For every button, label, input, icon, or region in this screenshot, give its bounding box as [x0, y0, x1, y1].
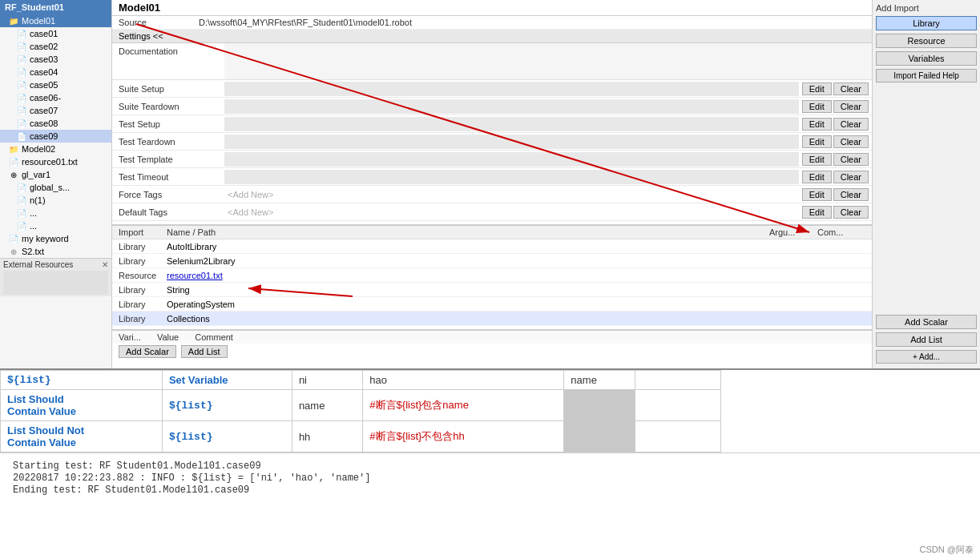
sidebar-item-case05[interactable]: 📄 case05 — [0, 78, 111, 91]
var-col-value: Value — [157, 332, 179, 342]
add-scalar-button[interactable]: Add Scalar — [119, 345, 176, 358]
add-dict-side-button[interactable]: + Add... — [876, 350, 977, 364]
sidebar-item-mykeyword[interactable]: 📄 my keyword — [0, 232, 111, 245]
test-template-clear[interactable]: Clear — [833, 153, 869, 166]
table-cell: ${list} — [162, 421, 292, 452]
sidebar-item-case07[interactable]: 📄 case07 — [0, 104, 111, 117]
sidebar-item-globals[interactable]: 📄 global_s... — [0, 181, 111, 194]
console-line-1: Starting test: RF Student01.Model101.cas… — [13, 460, 967, 472]
import-row-autoit[interactable]: Library AutoItLibrary — [112, 239, 872, 254]
test-timeout-label: Test Timeout — [112, 171, 224, 183]
force-tags-clear[interactable]: Clear — [833, 188, 869, 201]
test-timeout-edit[interactable]: Edit — [802, 171, 832, 183]
folder-icon: 📁 — [8, 143, 19, 155]
table-cell — [635, 371, 720, 390]
sidebar-item-case03[interactable]: 📄 case03 — [0, 53, 111, 66]
folder-icon: ⊕ — [8, 169, 19, 180]
external-resources-section: ✕ External Resources — [0, 258, 111, 296]
console-line-2: 20220817 10:22:23.882 : INFO : ${list} =… — [13, 473, 967, 484]
table-cell: ni — [292, 371, 362, 390]
test-template-label: Test Template — [112, 153, 224, 166]
external-resources-close[interactable]: ✕ — [102, 260, 108, 269]
add-variables-button[interactable]: Variables — [876, 51, 977, 66]
file-icon: 📄 — [8, 156, 19, 167]
file-icon: 📄 — [8, 233, 19, 244]
sidebar-item-model01[interactable]: 📁 Model01 — [0, 14, 111, 27]
file-icon: 📄 — [16, 66, 27, 78]
sidebar-item-case09[interactable]: 📄 case09 — [0, 130, 111, 143]
sidebar-title: RF_Student01 — [0, 0, 111, 14]
file-icon: 📄 — [16, 207, 27, 219]
table-row: ${list} Set Variable ni hao name — [1, 371, 721, 390]
file-icon: 📄 — [16, 195, 27, 206]
file-icon: ⊕ — [8, 246, 19, 257]
table-cell — [564, 390, 635, 421]
sidebar-item-misc1[interactable]: 📄 ... — [0, 207, 111, 219]
add-list-button[interactable]: Add List — [181, 345, 228, 358]
sidebar: RF_Student01 📁 Model01 📄 case01 📄 case02… — [0, 0, 112, 368]
test-setup-label: Test Setup — [112, 118, 224, 131]
folder-icon: 📁 — [8, 15, 19, 26]
table-cell: ${list} — [1, 371, 163, 390]
test-teardown-clear[interactable]: Clear — [833, 135, 869, 148]
sidebar-item-model02[interactable]: 📁 Model02 — [0, 143, 111, 155]
table-row: List ShouldContain Value ${list} name #断… — [1, 390, 721, 421]
add-import-panel: Add Import Library Resource Variables Im… — [872, 0, 980, 368]
suite-teardown-edit[interactable]: Edit — [802, 100, 832, 113]
settings-toggle[interactable]: Settings << — [112, 30, 980, 43]
suite-setup-label: Suite Setup — [112, 82, 224, 95]
suite-teardown-label: Suite Teardown — [112, 100, 224, 113]
add-scalar-side-button[interactable]: Add Scalar — [876, 315, 977, 329]
add-list-side-button[interactable]: Add List — [876, 332, 977, 347]
import-row-selenium[interactable]: Library Selenium2Library — [112, 254, 872, 268]
sidebar-item-resource01[interactable]: 📄 resource01.txt — [0, 155, 111, 168]
table-cell: ${list} — [162, 390, 292, 421]
import-row-operatingsystem[interactable]: Library OperatingSystem — [112, 297, 872, 312]
file-icon: 📄 — [16, 28, 27, 39]
suite-teardown-clear[interactable]: Clear — [833, 100, 869, 113]
test-template-edit[interactable]: Edit — [802, 153, 832, 166]
sidebar-item-s2txt[interactable]: ⊕ S2.txt — [0, 245, 111, 258]
file-icon: 📄 — [16, 131, 27, 142]
sidebar-item-case06[interactable]: 📄 case06- — [0, 91, 111, 104]
import-row-resource01[interactable]: Resource resource01.txt — [112, 268, 872, 283]
sidebar-item-glvar1[interactable]: ⊕ gl_var1 — [0, 168, 111, 181]
default-tags-add-new[interactable]: <Add New> — [224, 206, 276, 219]
sidebar-item-case04[interactable]: 📄 case04 — [0, 66, 111, 78]
import-failed-help-button[interactable]: Import Failed Help — [876, 69, 977, 82]
import-row-string[interactable]: Library String — [112, 283, 872, 297]
import-col-comment: Com... — [817, 227, 865, 237]
force-tags-add-new[interactable]: <Add New> — [224, 188, 276, 201]
import-col-name: Name / Path — [167, 227, 769, 237]
add-resource-button[interactable]: Resource — [876, 34, 977, 48]
import-col-import: Import — [119, 227, 167, 237]
add-library-button[interactable]: Library — [876, 16, 977, 30]
sidebar-item-misc2[interactable]: 📄 ... — [0, 219, 111, 232]
sidebar-item-n1[interactable]: 📄 n(1) — [0, 194, 111, 207]
watermark: CSDN @阿泰 — [920, 544, 974, 556]
table-cell — [564, 421, 635, 452]
default-tags-clear[interactable]: Clear — [833, 206, 869, 219]
sidebar-item-case01[interactable]: 📄 case01 — [0, 27, 111, 40]
var-col-comment: Comment — [195, 332, 233, 342]
test-setup-edit[interactable]: Edit — [802, 118, 832, 131]
default-tags-edit[interactable]: Edit — [802, 206, 832, 219]
default-tags-label: Default Tags — [112, 206, 224, 219]
table-cell: hao — [363, 371, 564, 390]
suite-setup-clear[interactable]: Clear — [833, 82, 869, 95]
page-title: Model01 — [119, 2, 974, 14]
test-timeout-clear[interactable]: Clear — [833, 171, 869, 183]
sidebar-item-case02[interactable]: 📄 case02 — [0, 40, 111, 53]
file-icon: 📄 — [16, 105, 27, 116]
test-teardown-edit[interactable]: Edit — [802, 135, 832, 148]
force-tags-edit[interactable]: Edit — [802, 188, 832, 201]
table-cell — [635, 390, 720, 421]
suite-setup-edit[interactable]: Edit — [802, 82, 832, 95]
table-cell: #断言${list}不包含hh — [363, 421, 564, 452]
table-cell — [635, 421, 720, 452]
file-icon: 📄 — [16, 54, 27, 65]
import-row-collections[interactable]: Library Collections — [112, 312, 872, 326]
test-setup-clear[interactable]: Clear — [833, 118, 869, 131]
sidebar-item-case08[interactable]: 📄 case08 — [0, 117, 111, 130]
table-cell: hh — [292, 421, 362, 452]
